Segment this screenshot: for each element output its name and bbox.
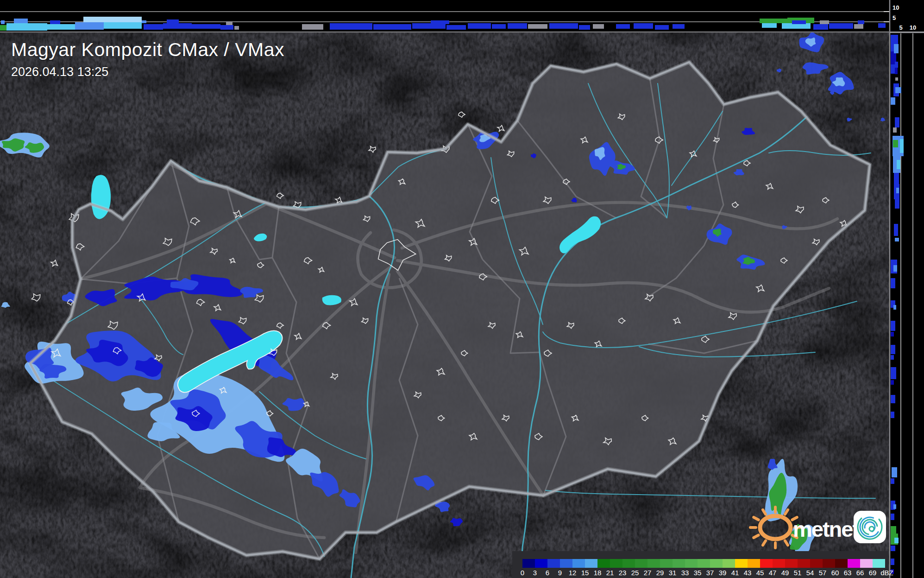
profile-echo-block [891,97,895,105]
legend-segment [622,559,635,568]
legend-tick-label: 31 [669,569,677,577]
legend-segment [785,559,798,568]
profile-echo-block [330,23,372,30]
colorbar-segments [522,559,885,568]
profile-echo-block [83,17,142,22]
profile-echo-block [549,23,578,29]
profile-echo-block [373,24,411,30]
profile-echo-block [891,321,895,331]
legend-tick-label: 43 [744,569,752,577]
profile-echo-block [14,19,28,23]
legend-segment [522,559,535,568]
profile-echo-block [50,20,60,24]
profile-echo-block [894,44,899,53]
legend-tick-label: 9 [558,569,562,577]
profile-echo-block [858,20,864,24]
legend-segment [760,559,773,568]
map-area [0,32,890,578]
profile-echo-block [892,467,897,477]
height-axis-tick: 5 [893,14,896,21]
radar-map-canvas: 105510 036912151821232527293133353739414… [0,0,924,578]
legend-tick-label: 23 [619,569,627,577]
profile-echo-block [894,538,899,543]
legend-tick-label: 35 [694,569,702,577]
profile-echo-block [895,199,899,209]
profile-echo-block [528,24,547,29]
legend-segment [748,559,760,568]
profile-echo-block [616,24,630,29]
profile-echo-block [891,64,895,74]
legend-segment [610,559,622,568]
profile-echo-block [893,140,898,147]
metnet-wordmark: metnet [793,517,860,541]
profile-echo-block [900,139,904,153]
legend-segment [685,559,698,568]
legend-tick-label: 18 [594,569,602,577]
profile-echo-block [634,23,653,29]
legend-tick-label: 69 [869,569,877,577]
legend-segment [560,559,572,568]
profile-echo-block [891,367,896,379]
legend-segment [585,559,597,568]
dbz-colorbar: 0369121518212325272931333537394143454749… [512,551,893,578]
profile-echo-block [895,87,901,93]
profile-echo-block [446,25,466,30]
profile-echo-block [895,238,899,241]
legend-tick-label: 37 [706,569,714,577]
profile-echo-block [1,20,5,24]
legend-tick-label: 39 [719,569,727,577]
profile-echo-block [891,514,894,520]
profile-echo-block [593,24,604,29]
profile-echo-block [47,24,76,30]
profile-echo-block [891,478,894,484]
legend-segment [710,559,723,568]
legend-tick-label: 60 [831,569,839,577]
profile-echo-block [431,20,449,24]
legend-segment [723,559,735,568]
profile-echo-block [673,24,685,29]
profile-echo-block [895,117,899,127]
legend-tick-label: 54 [806,569,814,577]
profile-echo-block [893,305,896,310]
legend-segment [848,559,860,568]
profile-echo-block [894,224,898,236]
legend-segment [547,559,560,568]
profile-echo-block [891,278,895,288]
profile-echo-block [893,504,896,509]
profile-echo-block [891,332,894,337]
profile-echo-block [891,412,894,418]
profile-echo-block [820,20,829,24]
legend-tick-label: 29 [656,569,664,577]
legend-tick-label: 0 [521,569,524,577]
profile-echo-block [894,173,899,184]
legend-segment [873,559,885,568]
legend-segment [660,559,673,568]
legend-segment [535,559,547,568]
profile-echo-block [891,395,895,403]
profile-echo-block [896,188,899,193]
profile-echo-block [142,20,146,23]
profile-echo-block [891,345,895,354]
profile-echo-block [468,23,491,29]
profile-echo-block [893,127,897,133]
profile-echo-block [897,160,900,169]
profile-echo-block [192,24,220,29]
profile-echo-block [167,19,179,23]
legend-segment [698,559,710,568]
distance-axis-tick: 10 [910,24,916,31]
radar-app-window: 105510 036912151821232527293133353739414… [0,0,924,578]
legend-tick-label: 6 [546,569,549,577]
profile-echo-block [829,23,853,29]
legend-tick-label: 57 [819,569,827,577]
profile-echo-block [6,23,47,31]
profile-echo-block [492,24,506,29]
legend-segment [735,559,748,568]
legend-tick-label: 47 [769,569,777,577]
profile-echo-block [226,21,233,25]
legend-segment [810,559,823,568]
legend-segment [798,559,810,568]
legend-segment [860,559,873,568]
profile-echo-block [893,265,897,272]
legend-tick-label: 45 [756,569,764,577]
profile-echo-block [163,23,192,29]
